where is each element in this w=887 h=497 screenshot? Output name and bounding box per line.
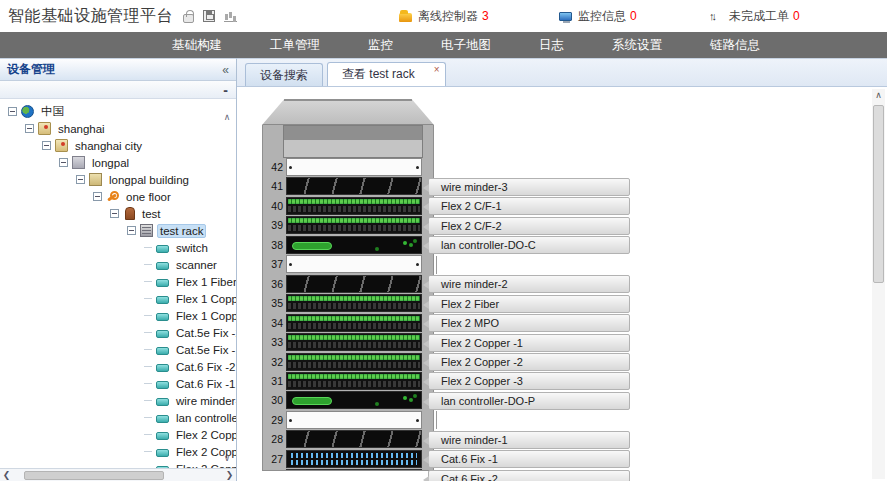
nav-item-6[interactable]: 链路信息 [710, 37, 760, 54]
tree-expand-icon[interactable] [76, 175, 85, 184]
device-label[interactable]: wire minder-3 [428, 178, 630, 196]
rack-device-cat6[interactable] [286, 469, 422, 471]
tree-connector [144, 281, 152, 282]
rack-unit-number: 31 [263, 372, 283, 391]
device-label[interactable]: Flex 2 Copper -3 [428, 372, 630, 390]
tree-row[interactable]: test rack [0, 222, 236, 239]
device-label[interactable]: Flex 2 MPO [428, 314, 630, 332]
scroll-up-icon[interactable]: ∧ [872, 89, 885, 103]
rack-device-wire[interactable] [286, 275, 422, 293]
main-nav: 基础构建工单管理监控电子地图日志系统设置链路信息 [0, 32, 887, 58]
tree-row[interactable]: Flex 2 Copper -2 [0, 443, 236, 460]
tree-row[interactable]: test [0, 205, 236, 222]
rack-device-flex[interactable] [286, 197, 422, 215]
device-label[interactable]: wire minder-2 [428, 275, 630, 293]
tree-row[interactable]: Cat.5e Fix -1 [0, 341, 236, 358]
device-label[interactable]: Cat.6 Fix -2 [428, 470, 630, 481]
sidebar-minimize-icon[interactable]: - [223, 85, 228, 95]
sidebar-collapse-icon[interactable]: « [222, 64, 229, 76]
rack-device-empty[interactable] [286, 255, 422, 273]
tree-row[interactable]: Flex 2 Copper -3 [0, 426, 236, 443]
device-icon [156, 415, 169, 423]
tree-scroll-down-icon[interactable]: ∨ [222, 454, 232, 462]
rack-device-wire[interactable] [286, 430, 422, 448]
tree-expand-icon[interactable] [110, 209, 119, 218]
rack-device-cat6[interactable] [286, 450, 422, 468]
tree-expand-icon[interactable] [25, 124, 34, 133]
hscroll-thumb[interactable] [24, 471, 164, 480]
tree-row[interactable]: one floor [0, 188, 236, 205]
rack-device-flex[interactable] [286, 294, 422, 312]
device-label[interactable]: lan controller-DO-C [428, 236, 630, 254]
rack-device-lan[interactable] [286, 236, 422, 254]
main-vertical-scrollbar[interactable]: ∧ [872, 89, 885, 479]
tree-label: Flex 1 Fiber [173, 275, 236, 289]
tree-row[interactable]: scanner [0, 256, 236, 273]
nav-item-2[interactable]: 监控 [368, 37, 393, 54]
tree-row[interactable]: lan controller-DO-P [0, 409, 236, 426]
tree-row[interactable]: Flex 2 Copper -1 [0, 460, 236, 468]
tab-0[interactable]: 设备搜索 [245, 63, 323, 86]
tab-1[interactable]: 查看 test rack× [327, 62, 446, 86]
tree-row[interactable]: Flex 1 Fiber [0, 273, 236, 290]
sidebar-title: 设备管理 [7, 61, 55, 78]
device-label[interactable]: Flex 2 C/F-2 [428, 217, 630, 235]
status-count: 0 [793, 9, 800, 23]
tree-row[interactable]: shanghai city [0, 137, 236, 154]
device-label[interactable]: Flex 2 Copper -1 [428, 334, 630, 352]
tree-row[interactable]: 中国 [0, 103, 236, 120]
tree-row[interactable]: Flex 1 Copper -1 [0, 307, 236, 324]
tree-connector [144, 434, 152, 435]
status-bar: 离线控制器3监控信息0↑↓未完成工单0 [399, 8, 887, 25]
tree-row[interactable]: longpal [0, 154, 236, 171]
tree-row[interactable]: Cat.6 Fix -2 [0, 358, 236, 375]
tree-row[interactable]: Flex 1 Copper -2 [0, 290, 236, 307]
device-label[interactable]: Cat.6 Fix -1 [428, 450, 630, 468]
tree-row[interactable]: longpal building [0, 171, 236, 188]
rack-device-flex[interactable] [286, 333, 422, 351]
tab-close-icon[interactable]: × [434, 65, 440, 75]
map-icon [38, 122, 51, 135]
nav-item-3[interactable]: 电子地图 [441, 37, 491, 54]
tree-label: Cat.5e Fix -1 [173, 343, 236, 357]
rack-device-flex[interactable] [286, 314, 422, 332]
rack-device-flex[interactable] [286, 353, 422, 371]
chart-icon[interactable] [224, 10, 237, 22]
rack-unit-number: 37 [263, 255, 283, 274]
tree-expand-icon[interactable] [8, 107, 17, 116]
save-icon[interactable] [203, 10, 215, 22]
tree-expand-icon[interactable] [127, 226, 136, 235]
rack-device-lan[interactable] [286, 391, 422, 409]
tree-row[interactable]: wire minder-1 [0, 392, 236, 409]
nav-item-0[interactable]: 基础构建 [172, 37, 222, 54]
device-tree: ∧ ∨ 中国shanghaishanghai citylongpallongpa… [0, 99, 236, 468]
tree-horizontal-scrollbar[interactable]: ❮ ❯ [0, 468, 236, 481]
device-label[interactable]: Flex 2 Fiber [428, 295, 630, 313]
tree-expand-icon[interactable] [93, 192, 102, 201]
device-label[interactable]: Flex 2 C/F-1 [428, 197, 630, 215]
device-label[interactable]: wire minder-1 [428, 431, 630, 449]
rack-unit-number: 35 [263, 294, 283, 313]
scroll-left-icon[interactable]: ❮ [0, 469, 13, 482]
tree-row[interactable]: Cat.5e Fix -2 [0, 324, 236, 341]
nav-item-1[interactable]: 工单管理 [270, 37, 320, 54]
rack-device-wire[interactable] [286, 177, 422, 195]
nav-item-4[interactable]: 日志 [539, 37, 564, 54]
tree-row[interactable]: Cat.6 Fix -1 [0, 375, 236, 392]
rack-device-flex[interactable] [286, 372, 422, 390]
tree-row[interactable]: shanghai [0, 120, 236, 137]
rack-device-empty[interactable] [286, 158, 422, 176]
vscroll-thumb[interactable] [873, 105, 884, 283]
rack-device-flex[interactable] [286, 216, 422, 234]
nav-item-5[interactable]: 系统设置 [612, 37, 662, 54]
rack-device-empty[interactable] [286, 411, 422, 429]
building-gray-icon [72, 156, 85, 169]
lock-icon[interactable] [183, 14, 194, 23]
tree-scroll-up-icon[interactable]: ∧ [222, 113, 232, 121]
scroll-right-icon[interactable]: ❯ [223, 469, 236, 482]
device-label[interactable]: lan controller-DO-P [428, 392, 630, 410]
tree-expand-icon[interactable] [42, 141, 51, 150]
tree-expand-icon[interactable] [59, 158, 68, 167]
tree-row[interactable]: switch [0, 239, 236, 256]
device-label[interactable]: Flex 2 Copper -2 [428, 353, 630, 371]
